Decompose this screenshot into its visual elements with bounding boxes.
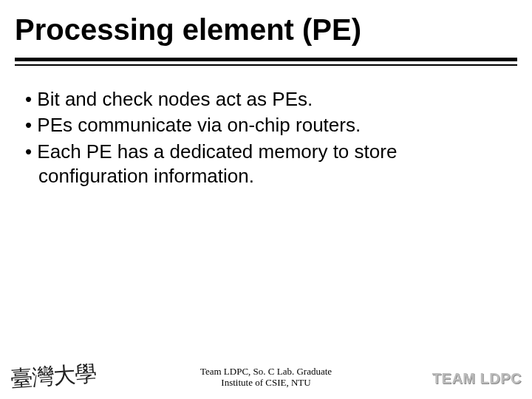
- slide-title: Processing element (PE): [15, 13, 517, 47]
- bullet-item: PEs communicate via on-chip routers.: [25, 113, 510, 137]
- bullet-item: Each PE has a dedicated memory to store …: [25, 140, 510, 189]
- bullet-list: Bit and check nodes act as PEs. PEs comm…: [25, 87, 510, 188]
- bullet-item: Bit and check nodes act as PEs.: [25, 87, 510, 112]
- team-logo: TEAM LDPC: [432, 370, 522, 387]
- slide: Processing element (PE) Bit and check no…: [0, 0, 532, 399]
- title-rule-thick: [15, 58, 517, 61]
- title-rule-thin: [15, 64, 517, 66]
- footer: 臺灣大學 Team LDPC, So. C Lab. Graduate Inst…: [0, 359, 532, 395]
- body: Bit and check nodes act as PEs. PEs comm…: [25, 87, 510, 190]
- title-wrap: Processing element (PE): [15, 13, 517, 47]
